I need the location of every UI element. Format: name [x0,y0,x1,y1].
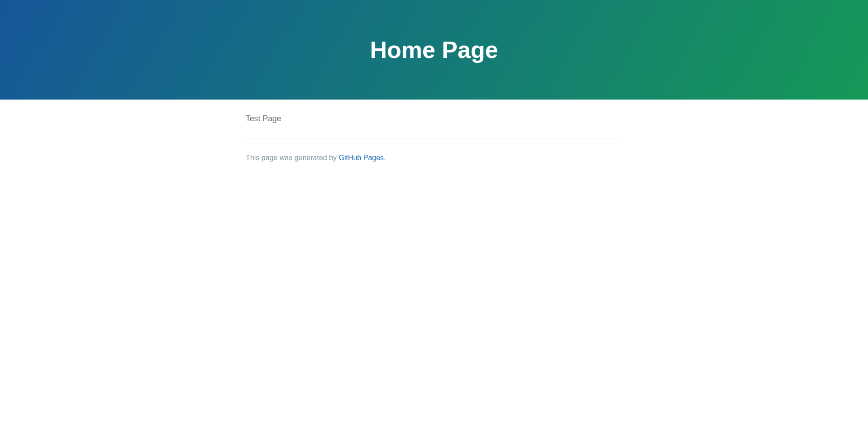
body-text: Test Page [246,114,622,124]
page-header: Home Page [0,0,868,100]
main-content: Test Page This page was generated by Git… [202,100,666,177]
github-pages-link[interactable]: GitHub Pages [339,154,384,162]
footer-suffix: . [384,154,386,162]
page-title: Home Page [43,36,825,63]
site-footer: This page was generated by GitHub Pages. [246,138,622,162]
footer-text: This page was generated by GitHub Pages. [246,154,386,162]
footer-prefix: This page was generated by [246,154,339,162]
